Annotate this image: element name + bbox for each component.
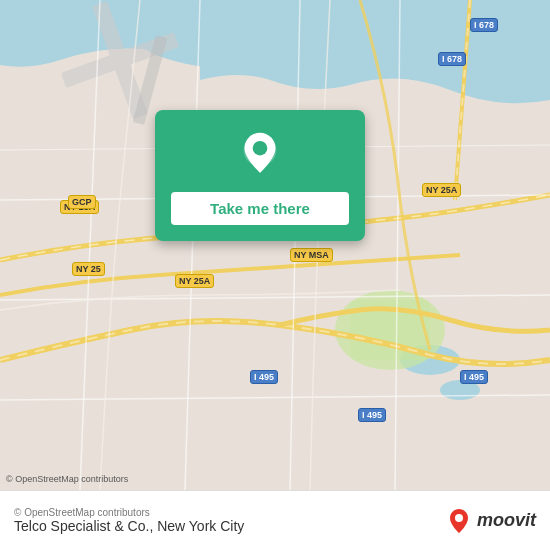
road-label-i495c: I 495 <box>460 370 488 384</box>
info-bar: © OpenStreetMap contributors Telco Speci… <box>0 490 550 550</box>
svg-point-22 <box>455 514 463 522</box>
map-container: I 678I 678NY 25ANY 25ANY 25ANY 25NY 25AG… <box>0 0 550 490</box>
moovit-logo: moovit <box>445 507 536 535</box>
moovit-brand-text: moovit <box>477 510 536 531</box>
road-label-nymsa: NY MSA <box>290 248 333 262</box>
road-label-i678: I 678 <box>470 18 498 32</box>
svg-point-21 <box>253 141 268 156</box>
cta-card: Take me there <box>155 110 365 241</box>
location-name: Telco Specialist & Co., New York City <box>14 518 244 534</box>
info-left: © OpenStreetMap contributors Telco Speci… <box>14 507 244 534</box>
road-label-i495b: I 495 <box>358 408 386 422</box>
take-me-there-button[interactable]: Take me there <box>171 192 349 225</box>
road-label-ny25a-right: NY 25A <box>422 183 461 197</box>
moovit-icon <box>445 507 473 535</box>
map-attribution: © OpenStreetMap contributors <box>6 474 128 484</box>
road-label-i495a: I 495 <box>250 370 278 384</box>
road-label-i678b: I 678 <box>438 52 466 66</box>
road-label-ny25b: NY 25A <box>175 274 214 288</box>
location-pin-icon <box>235 130 285 180</box>
road-label-ny25: NY 25 <box>72 262 105 276</box>
attribution-text: © OpenStreetMap contributors <box>14 507 244 518</box>
road-label-gcp: GCP <box>68 195 96 209</box>
